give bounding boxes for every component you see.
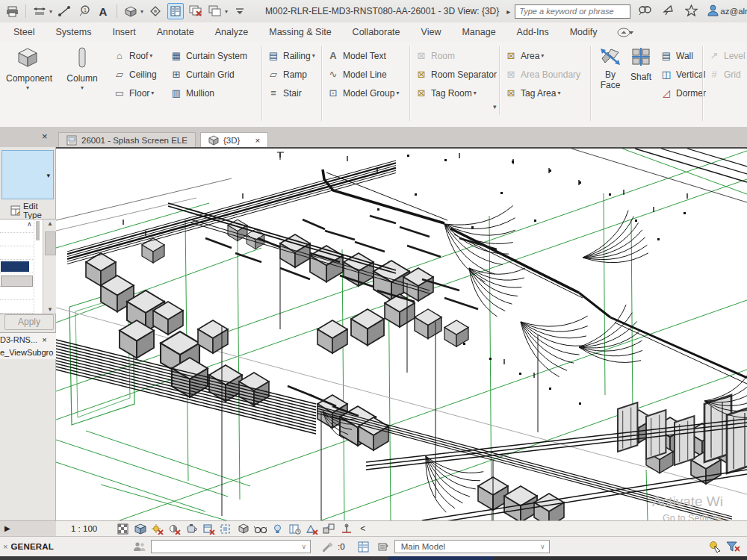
curtain-grid-button[interactable]: ⊞ Curtain Grid	[170, 66, 235, 82]
tab-insert[interactable]: Insert	[112, 24, 135, 40]
project-browser-close-icon[interactable]: ×	[42, 335, 46, 344]
model-line-button[interactable]: ∿ Model Line	[327, 66, 387, 82]
wall-opening-button[interactable]: ▤ Wall	[660, 48, 693, 63]
text-icon[interactable]: A	[96, 4, 111, 19]
properties-toggle-icon[interactable]	[167, 3, 184, 19]
model-group-button[interactable]: ⊡ Model Group ▾	[327, 85, 399, 101]
tab-massing-site[interactable]: Massing & Site	[269, 24, 331, 40]
type-selector-dropdown-icon[interactable]: ▾	[46, 172, 50, 179]
tab-modify[interactable]: Modify	[570, 24, 598, 40]
model-group-dropdown-icon[interactable]: ▾	[396, 90, 399, 96]
project-browser-header[interactable]: D3-RNS... ×	[0, 332, 56, 346]
type-selector[interactable]: ▾	[1, 150, 54, 199]
edit-type-button[interactable]: Edit Type	[0, 204, 56, 217]
tab-collaborate[interactable]: Collaborate	[353, 24, 400, 40]
active-workset-dropdown[interactable]: ∨	[151, 540, 311, 553]
column-dropdown-icon[interactable]: ▾	[63, 84, 102, 91]
status-properties-icon[interactable]	[357, 540, 371, 553]
tag-area-button[interactable]: ⊠ Tag Area ▾	[505, 85, 560, 101]
tag-room-dropdown-icon[interactable]: ▾	[474, 90, 477, 96]
select-pinned-toggle-icon[interactable]	[708, 540, 722, 553]
floor-dropdown-icon[interactable]: ▾	[151, 90, 154, 96]
room-separator-button[interactable]: ⊠ Room Separator	[415, 66, 497, 82]
tab-analyze[interactable]: Analyze	[215, 24, 248, 40]
default-3d-view-icon[interactable]	[123, 4, 138, 19]
area-dropdown-icon[interactable]: ▾	[541, 52, 544, 59]
search-icon[interactable]	[638, 4, 652, 19]
reveal-hidden-elements-icon[interactable]	[271, 523, 284, 535]
sun-path-off-icon[interactable]	[151, 523, 164, 535]
tag-icon[interactable]: 1	[76, 4, 91, 19]
close-hidden-windows-icon[interactable]	[188, 4, 203, 19]
by-face-button[interactable]: By Face	[595, 46, 626, 90]
view-tab-splash[interactable]: 26001 - Splash Screen ELE	[58, 132, 196, 148]
component-button[interactable]: Component ▾	[6, 46, 49, 91]
properties-grid[interactable]: ∧ ▲ ▼	[0, 219, 56, 314]
dimension-dropdown-icon[interactable]: ▾	[49, 8, 52, 15]
railing-dropdown-icon[interactable]: ▾	[312, 52, 315, 59]
user-icon[interactable]	[707, 4, 719, 19]
collapse-vcb-icon[interactable]: <	[360, 523, 365, 534]
tab-manage[interactable]: Manage	[462, 24, 495, 40]
account-name[interactable]: az@almasst	[720, 7, 747, 16]
design-option-dropdown[interactable]: Main Model ∨	[394, 540, 550, 553]
customize-qat-icon[interactable]	[232, 4, 247, 19]
dormer-button[interactable]: ◿ Dormer	[660, 85, 706, 101]
design-options-icon[interactable]	[376, 540, 390, 553]
selected-value-cell[interactable]	[1, 261, 29, 272]
tab-addins[interactable]: Add-Ins	[517, 24, 549, 40]
worksets-icon[interactable]	[133, 540, 146, 553]
show-crop-region-icon[interactable]	[220, 523, 232, 535]
render-icon[interactable]	[148, 4, 163, 19]
model-text-button[interactable]: A Model Text	[327, 48, 386, 63]
3d-view-dropdown-icon[interactable]: ▾	[140, 8, 143, 15]
tab-steel[interactable]: Steel	[13, 24, 35, 40]
panel-expand-icon[interactable]: ▾	[493, 103, 497, 111]
curtain-system-button[interactable]: ▦ Curtain System	[170, 48, 247, 63]
properties-close-icon[interactable]: ×	[42, 131, 48, 141]
analytical-model-off-icon[interactable]	[306, 523, 318, 535]
detail-level-icon[interactable]	[117, 523, 129, 535]
locked-3d-view-icon[interactable]	[237, 523, 249, 535]
rendering-dialog-icon[interactable]	[185, 523, 198, 535]
project-browser-item[interactable]: e_ViewSubgro	[0, 346, 56, 359]
tag-room-button[interactable]: ⊠ Tag Room ▾	[415, 85, 477, 101]
print-icon[interactable]	[4, 4, 19, 19]
measure-icon[interactable]	[57, 4, 72, 19]
inner-scrollbar[interactable]	[34, 221, 41, 303]
switch-windows-icon[interactable]	[208, 4, 223, 19]
palette-scrollbar[interactable]: ▲ ▼	[43, 220, 57, 314]
scroll-up-icon[interactable]: ▲	[43, 220, 57, 227]
area-button[interactable]: ⊠ Area ▾	[505, 48, 544, 63]
roof-button[interactable]: ⌂ Roof ▾	[114, 48, 152, 63]
railing-button[interactable]: ▤ Railing ▾	[267, 48, 315, 63]
communication-center-icon[interactable]	[662, 4, 675, 19]
column-button[interactable]: Column ▾	[63, 46, 102, 91]
switch-windows-dropdown-icon[interactable]: ▾	[225, 8, 228, 15]
highlight-displacement-icon[interactable]	[323, 523, 335, 535]
ceiling-button[interactable]: ▱ Ceiling	[114, 66, 157, 82]
editable-only-icon[interactable]	[321, 540, 335, 553]
shaft-button[interactable]: Shaft	[626, 46, 656, 82]
floor-button[interactable]: ▭ Floor ▾	[114, 85, 154, 101]
component-dropdown-icon[interactable]: ▾	[6, 84, 49, 91]
selection-filter-toggle-icon[interactable]	[726, 540, 740, 553]
temporary-view-properties-icon[interactable]	[288, 523, 301, 535]
roof-dropdown-icon[interactable]: ▾	[149, 52, 152, 59]
tab-view[interactable]: View	[421, 24, 441, 40]
close-view-tab-icon[interactable]: ×	[255, 136, 260, 145]
stair-button[interactable]: ≡ Stair	[267, 85, 302, 101]
crop-view-off-icon[interactable]	[202, 523, 215, 535]
aligned-dimension-icon[interactable]	[32, 4, 47, 19]
tag-area-dropdown-icon[interactable]: ▾	[557, 90, 560, 96]
value-button-cell[interactable]	[1, 276, 33, 287]
mullion-button[interactable]: ▥ Mullion	[170, 85, 214, 101]
scrollbar-thumb[interactable]	[45, 231, 56, 255]
minimize-ribbon-icon[interactable]	[617, 28, 633, 37]
drawing-area[interactable]: Activate Wi Go to Settings	[56, 147, 747, 520]
expand-browser-icon[interactable]: ▶	[4, 524, 10, 532]
vertical-opening-button[interactable]: ◫ Vertical	[660, 66, 705, 82]
reveal-constraints-icon[interactable]	[340, 523, 353, 535]
view-tab-3d[interactable]: {3D} ×	[200, 132, 268, 148]
tab-systems[interactable]: Systems	[56, 24, 92, 40]
